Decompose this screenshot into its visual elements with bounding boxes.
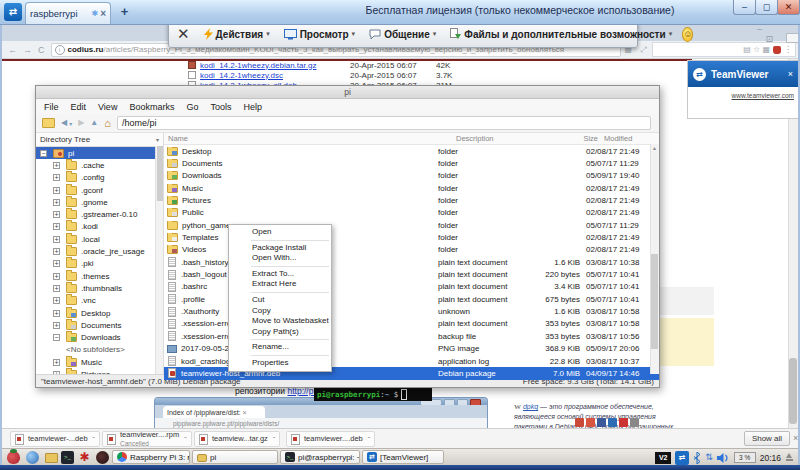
social-share-icon[interactable]: [608, 418, 617, 427]
task-button-chrome[interactable]: Raspberry Pi 3: меди...: [112, 450, 190, 464]
tree-item[interactable]: +.gstreamer-0.10: [36, 208, 163, 220]
scroll-up-icon[interactable]: ▲: [651, 144, 658, 152]
table-row[interactable]: Desktopfolder02/08/17 21:49: [164, 145, 659, 157]
volume-icon[interactable]: [717, 453, 730, 463]
table-row[interactable]: Documentsfolder05/07/17 11:29: [164, 157, 659, 169]
new-tab-icon[interactable]: [42, 118, 55, 128]
tab-close-icon[interactable]: ×: [243, 409, 247, 416]
download-item[interactable]: teamview...tar.gzˆ: [194, 431, 280, 447]
tree-item[interactable]: +.gnome: [36, 196, 163, 208]
new-session-button[interactable]: +: [116, 4, 133, 20]
context-menu-item-extract-to[interactable]: Extract To...: [229, 269, 331, 280]
expander-icon[interactable]: +: [53, 297, 60, 304]
expander-icon[interactable]: +: [53, 174, 60, 181]
menu-dots-icon[interactable]: ⋮: [784, 45, 792, 54]
tree-item[interactable]: +.oracle_jre_usage: [36, 245, 163, 257]
session-tab-close-icon[interactable]: ×: [100, 8, 106, 19]
download-item[interactable]: teamviewer-...debˆ: [10, 431, 100, 447]
menu-bookmarks[interactable]: Bookmarks: [129, 102, 174, 112]
tv-toolbar-item-4[interactable]: Файлы и дополнительные возможности▾: [450, 28, 672, 40]
table-row[interactable]: Downloadsfolder05/09/17 19:40: [164, 170, 659, 182]
expander-icon[interactable]: +: [53, 162, 60, 169]
tree-item[interactable]: +.gconf: [36, 184, 163, 196]
tree-scrollbar[interactable]: [155, 146, 163, 374]
index-of-window[interactable]: Index of /pipplware/dist: × pipplware.pp…: [154, 397, 488, 429]
context-menu-item-open-with[interactable]: Open With...: [229, 253, 331, 264]
expander-icon[interactable]: −: [40, 150, 47, 157]
table-row[interactable]: Publicfolder02/08/17 21:49: [164, 207, 659, 219]
social-share-icon[interactable]: [619, 418, 628, 427]
task-button-folder[interactable]: pi: [192, 450, 278, 464]
clock[interactable]: 20:16: [760, 453, 781, 463]
teamviewer-ad-link[interactable]: www.teamviewer.com: [732, 92, 795, 99]
nav-back-icon[interactable]: ◀: [61, 119, 67, 127]
expander-icon[interactable]: +: [53, 371, 60, 374]
menu-edit[interactable]: Edit: [71, 102, 87, 112]
back-icon[interactable]: ←: [8, 45, 17, 55]
eject-icon[interactable]: [785, 453, 794, 462]
tv-toolbar-item-2[interactable]: Просмотр▾: [284, 29, 355, 40]
chevron-up-icon[interactable]: ˆ: [184, 436, 186, 443]
context-menu-item-copy[interactable]: Copy: [229, 306, 331, 317]
context-menu-item-cut[interactable]: Cut: [229, 295, 331, 306]
tree-item[interactable]: <No subfolders>: [36, 344, 163, 356]
social-share-icon[interactable]: [630, 418, 639, 427]
tree-item[interactable]: −Downloads: [36, 331, 163, 343]
history-caret-icon[interactable]: ▾: [69, 120, 72, 127]
tree-item[interactable]: +.vnc: [36, 295, 163, 307]
expander-icon[interactable]: +: [53, 223, 60, 230]
tv-toolbar-item-1[interactable]: Действия▾: [204, 28, 270, 40]
column-name[interactable]: Name: [164, 134, 456, 143]
mathematica-icon[interactable]: ✱: [78, 451, 91, 464]
task-button-teamviewer[interactable]: ⇄[TeamViewer]: [362, 450, 444, 464]
tree-item[interactable]: +.kodi: [36, 221, 163, 233]
vnc-tray-icon[interactable]: V2: [655, 452, 671, 464]
path-input[interactable]: /home/pi: [117, 116, 651, 130]
tv-toolbar-item-3[interactable]: Общение▾: [369, 29, 436, 40]
social-share-icon[interactable]: [575, 418, 584, 427]
context-menu-item-open[interactable]: Open: [229, 227, 331, 238]
show-all-button[interactable]: Show all: [744, 431, 790, 446]
forward-icon[interactable]: →: [23, 45, 32, 55]
tree-item[interactable]: +.config: [36, 172, 163, 184]
list-scrollbar[interactable]: ▲: [650, 144, 659, 374]
teamviewer-tray-icon[interactable]: ⇄: [675, 451, 689, 465]
close-button[interactable]: ✕: [777, 0, 800, 15]
tree-item[interactable]: +Pictures: [36, 368, 163, 374]
chevron-up-icon[interactable]: ˆ: [368, 436, 370, 443]
expander-icon[interactable]: +: [53, 273, 60, 280]
kodi-file-link[interactable]: kodi_14.2-1wheezy.dsc: [200, 71, 350, 80]
reload-icon[interactable]: C: [38, 45, 45, 55]
social-share-icon[interactable]: [586, 418, 595, 427]
nav-up-icon[interactable]: ▲: [90, 119, 98, 127]
menu-file[interactable]: File: [44, 102, 59, 112]
context-menu-item-move-to-wastebasket[interactable]: Move to Wastebasket: [229, 316, 331, 327]
ad-close-icon[interactable]: ×: [788, 69, 793, 79]
table-row[interactable]: Picturesfolder02/08/17 21:49: [164, 194, 659, 206]
page-info-icon[interactable]: i: [55, 45, 65, 55]
expander-icon[interactable]: +: [53, 236, 60, 243]
terminal-window[interactable]: pi@raspberrypi:~ $: [314, 387, 432, 401]
context-menu-item-package-install[interactable]: Package Install: [229, 243, 331, 254]
expander-icon[interactable]: −: [53, 334, 60, 341]
tree-item[interactable]: +.local: [36, 233, 163, 245]
column-description[interactable]: Description: [456, 134, 552, 143]
menu-tools[interactable]: Tools: [210, 102, 231, 112]
context-menu-item-extract-here[interactable]: Extract Here: [229, 279, 331, 290]
task-button-terminal[interactable]: >_pi@raspberrypi: ~: [280, 450, 360, 464]
expander-icon[interactable]: +: [53, 285, 60, 292]
minimize-button[interactable]: –: [733, 0, 756, 15]
expander-icon[interactable]: +: [53, 187, 60, 194]
expander-icon[interactable]: +: [53, 260, 60, 267]
tree-item[interactable]: +Desktop: [36, 307, 163, 319]
context-menu-item-rename[interactable]: Rename...: [229, 342, 331, 353]
file-manager-titlebar[interactable]: pi: [36, 86, 659, 99]
terminal-icon[interactable]: >_: [61, 451, 74, 464]
network-arrows-icon[interactable]: ⇅: [705, 453, 713, 462]
home-icon[interactable]: ⌂: [104, 118, 111, 129]
menu-view[interactable]: View: [98, 102, 117, 112]
tree-item[interactable]: +.pki: [36, 258, 163, 270]
session-tab[interactable]: raspberrypi ✱ ×: [25, 2, 111, 24]
web-browser-icon[interactable]: [26, 451, 39, 464]
expander-icon[interactable]: +: [53, 211, 60, 218]
